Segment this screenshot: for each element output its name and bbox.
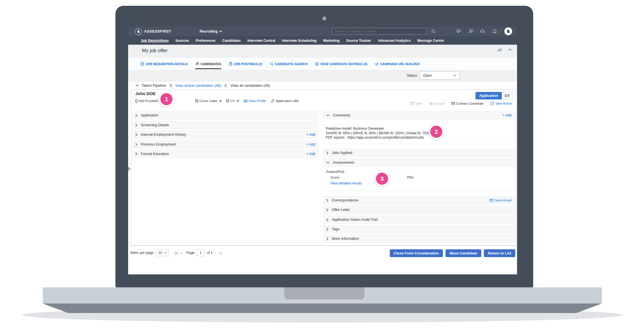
module-nav: Job Requisitions Sources Preferences Can… xyxy=(128,36,517,45)
status-label: Status xyxy=(407,73,417,78)
collapse-chevron-up-icon[interactable] xyxy=(508,48,512,51)
cv-item: CV + xyxy=(226,99,239,103)
laptop-mockup: ♞ ASSESSFIRST Recruiting xyxy=(0,0,644,328)
module-switcher[interactable]: Recruiting xyxy=(200,29,222,33)
section-screening-details[interactable]: Screening Details xyxy=(132,121,319,129)
collapse-chevron-down-icon[interactable] xyxy=(136,84,139,86)
laptop-webcam-dot xyxy=(322,16,326,20)
panel-expander-handle[interactable] xyxy=(128,167,132,171)
annotation-badge-3: 3 xyxy=(375,171,390,186)
nav-item-job-requisitions[interactable]: Job Requisitions xyxy=(141,39,169,43)
link-icon xyxy=(271,99,274,103)
org-people-icon[interactable] xyxy=(468,28,474,34)
view-all-candidates-link[interactable]: View all candidates (48) xyxy=(230,83,270,88)
view-detailed-results-link[interactable]: View detailed results xyxy=(330,181,362,185)
footer-toolbar: Items per page 10 |« ‹ Page of 1 › »| Cl… xyxy=(128,246,517,261)
section-formal-education[interactable]: Formal Education + Add xyxy=(132,150,319,158)
chart-icon[interactable] xyxy=(497,47,502,52)
section-correspondence[interactable]: Correspondence Send Email xyxy=(323,196,515,204)
add-cv-button[interactable]: + xyxy=(237,99,239,103)
tab-candidate-search[interactable]: CANDIDATE SEARCH xyxy=(270,58,308,70)
section-more-information[interactable]: More Information xyxy=(323,235,515,243)
user-avatar[interactable]: ♞ xyxy=(504,27,512,35)
global-search[interactable] xyxy=(332,28,427,34)
add-comment-button[interactable]: + Add xyxy=(503,113,512,117)
cancel-button[interactable]: Cancel xyxy=(429,102,444,105)
section-internal-employment-history[interactable]: Internal Employment History + Add xyxy=(132,131,319,139)
chevron-right-icon xyxy=(326,237,328,240)
nav-item-interview-scheduling[interactable]: Interview Scheduling xyxy=(282,39,317,43)
items-per-page-select[interactable]: 10 xyxy=(156,249,169,256)
page-number-input[interactable] xyxy=(197,249,205,256)
chevron-down-icon xyxy=(326,162,330,164)
search-input[interactable] xyxy=(332,28,431,34)
assessment-vendor: AssessFirst xyxy=(326,170,344,174)
save-button[interactable]: Save xyxy=(410,102,422,105)
candidate-phone: Not Provided xyxy=(139,99,158,103)
nav-item-message-centre[interactable]: Message Centre xyxy=(417,39,444,43)
search-icon xyxy=(270,62,274,66)
section-jobs-applied[interactable]: Jobs Applied xyxy=(323,149,515,157)
nav-item-advanced-analytics[interactable]: Advanced Analytics xyxy=(378,39,411,43)
last-page-button[interactable]: »| xyxy=(219,251,222,255)
send-email-button[interactable]: Send Email xyxy=(490,199,512,202)
feedback-chat-icon[interactable] xyxy=(456,28,462,34)
take-action-button[interactable]: Take Action xyxy=(491,102,512,105)
tab-job-postings[interactable]: JOB POSTINGS (2) xyxy=(229,58,262,70)
nav-item-interview-central[interactable]: Interview Central xyxy=(247,39,275,43)
close-from-consideration-button[interactable]: Close From Consideration xyxy=(390,249,443,257)
contact-candidate-button[interactable]: Contact Candidate xyxy=(451,102,484,105)
tab-view-candidate-ratings[interactable]: VIEW CANDIDATE RATINGS (3) xyxy=(315,58,367,70)
add-formal-education-button[interactable]: + Add xyxy=(306,152,315,156)
section-comments[interactable]: Comments + Add xyxy=(323,111,515,119)
search-icon[interactable] xyxy=(430,28,436,34)
brand-name: ASSESSFIRST xyxy=(144,29,171,33)
status-value: Open xyxy=(423,73,432,78)
section-application[interactable]: Application xyxy=(132,111,319,119)
tab-candidates[interactable]: CANDIDATES xyxy=(195,58,221,70)
toggle-cv-button[interactable]: CV xyxy=(502,92,513,99)
return-to-list-button[interactable]: Return to List xyxy=(484,249,515,257)
people-icon xyxy=(195,62,199,66)
save-icon xyxy=(410,102,414,105)
chevron-right-icon xyxy=(326,218,328,221)
document-icon xyxy=(195,99,198,103)
toggle-application-button[interactable]: Application xyxy=(475,92,502,99)
add-previous-employment-button[interactable]: + Add xyxy=(306,142,315,146)
notifications-bell-icon[interactable] xyxy=(492,28,497,34)
add-cover-letter-button[interactable]: + xyxy=(219,99,222,103)
support-headset-icon[interactable] xyxy=(480,28,485,34)
module-label: Recruiting xyxy=(200,29,218,33)
chevron-right-icon xyxy=(135,133,137,136)
add-internal-employment-button[interactable]: + Add xyxy=(306,133,315,137)
section-application-status-audit-trail[interactable]: Application Status Audit Trail xyxy=(323,216,515,224)
nav-item-marketing[interactable]: Marketing xyxy=(323,39,340,43)
section-tags[interactable]: Tags xyxy=(323,225,515,233)
view-profile-link[interactable]: View Profile xyxy=(244,99,266,103)
next-page-button[interactable]: › xyxy=(215,251,216,255)
cover-letter-item: Cover Letter + xyxy=(195,99,222,103)
email-icon xyxy=(490,199,493,202)
first-page-button[interactable]: |« xyxy=(175,251,179,255)
app-header-bar: ♞ ASSESSFIRST Recruiting xyxy=(128,27,517,36)
view-active-candidates-link[interactable]: View active candidates (48) xyxy=(175,83,221,88)
tab-campaign-url-builder[interactable]: CAMPAIGN URL BUILDER xyxy=(375,58,420,70)
comment-line-2: SHAPE fit: 65% | DRIVE fit: 60% | BRAIN … xyxy=(326,131,505,136)
nav-item-candidates[interactable]: Candidates xyxy=(222,39,241,43)
nav-item-preferences[interactable]: Preferences xyxy=(196,39,216,43)
tab-job-requisition-details[interactable]: JOB REQUISITION DETAILS xyxy=(141,58,188,70)
section-assessments[interactable]: Assessments xyxy=(323,159,515,167)
application-url-link[interactable]: Application URL xyxy=(271,99,299,103)
previous-page-button[interactable]: ‹ xyxy=(181,251,182,255)
assessfirst-logo-icon: ♞ xyxy=(135,28,142,35)
chevron-right-icon xyxy=(326,199,328,202)
section-offer-letter[interactable]: Offer Letter xyxy=(323,206,515,214)
app-screen: ♞ ASSESSFIRST Recruiting xyxy=(128,27,517,274)
nav-item-sources[interactable]: Sources xyxy=(175,39,189,43)
tab-strip: JOB REQUISITION DETAILS CANDIDATES JOB P… xyxy=(141,58,420,70)
status-dropdown[interactable]: Open xyxy=(420,71,459,80)
nav-item-source-tracker[interactable]: Source Tracker xyxy=(346,39,371,43)
section-previous-employment[interactable]: Previous Employment + Add xyxy=(132,140,319,148)
move-candidate-button[interactable]: Move Candidate xyxy=(445,249,481,257)
chevron-right-icon xyxy=(135,152,137,156)
